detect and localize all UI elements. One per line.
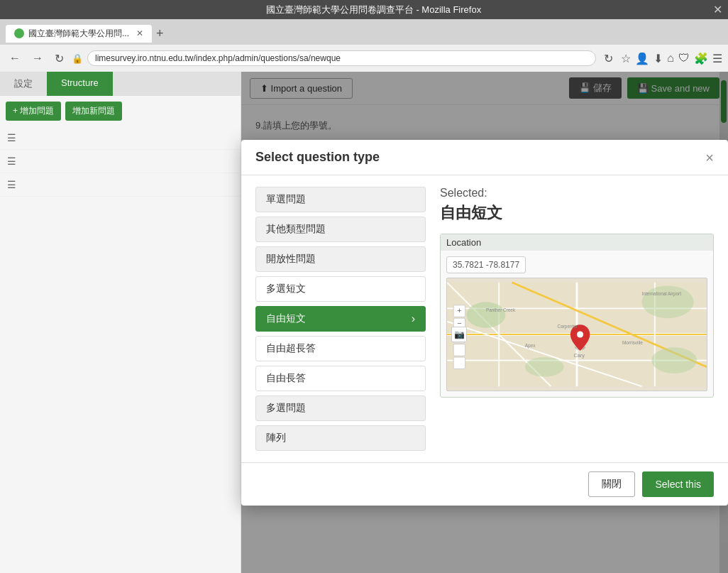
item-multi-short[interactable]: 多選短文 xyxy=(255,276,426,302)
map-photo-icon[interactable]: 📷 xyxy=(451,327,467,342)
svg-point-16 xyxy=(577,331,583,337)
modal-overlay: Select question type × 單選問題 其他類型問題 xyxy=(241,72,728,573)
svg-text:Carpenter: Carpenter xyxy=(558,324,578,329)
item-free-long-answer[interactable]: 自由超長答 xyxy=(255,336,426,361)
download-icon[interactable]: ⬇ xyxy=(653,52,663,65)
user-icon[interactable]: 👤 xyxy=(635,52,649,65)
item-free-short-selected[interactable]: 自由短文 › xyxy=(255,306,426,332)
refresh-button[interactable]: ↻ xyxy=(51,50,67,67)
modal-title: Select question type xyxy=(255,150,380,165)
tab-settings[interactable]: 設定 xyxy=(0,72,47,96)
question-preview: Selected: 自由短文 Location 35.7821 -78.8177 xyxy=(440,187,714,451)
svg-rect-24 xyxy=(453,357,465,369)
tab-structure[interactable]: Structure xyxy=(47,72,113,96)
modal-header: Select question type × xyxy=(241,140,728,175)
address-bar: ← → ↻ 🔒 ↻ ☆ 👤 ⬇ ⌂ 🛡 🧩 ☰ xyxy=(0,45,728,72)
active-tab[interactable]: 國立臺灣師範大學公用問... ✕ xyxy=(6,25,152,43)
list-icon-3: ☰ xyxy=(7,179,16,190)
category-single-choice[interactable]: 單選問題 xyxy=(255,187,426,212)
window-title: 國立臺灣師範大學公用問卷調查平台 - Mozilla Firefox xyxy=(34,4,713,16)
tab-close-icon[interactable]: ✕ xyxy=(136,28,143,38)
tab-label: 國立臺灣師範大學公用問... xyxy=(28,28,129,40)
modal-body: 單選問題 其他類型問題 開放性問題 多選短文 自由短文 xyxy=(241,175,728,462)
selected-arrow-icon: › xyxy=(412,312,415,325)
forward-button[interactable]: → xyxy=(28,50,47,66)
item-free-long[interactable]: 自由長答 xyxy=(255,366,426,391)
select-question-type-modal: Select question type × 單選問題 其他類型問題 xyxy=(241,140,728,506)
main-content: ⬆ Import a question 💾 儲存 💾 Save and new … xyxy=(241,72,728,573)
add-question-button[interactable]: + 增加問題 xyxy=(6,102,61,121)
svg-text:Cary: Cary xyxy=(573,352,585,359)
reload-button[interactable]: ↻ xyxy=(600,50,617,67)
svg-point-14 xyxy=(525,357,564,376)
svg-text:Panther Creek: Panther Creek xyxy=(486,307,516,312)
list-item[interactable]: ☰ xyxy=(0,173,241,197)
bookmark-icon[interactable]: ☆ xyxy=(621,52,631,65)
list-icon-1: ☰ xyxy=(7,132,16,143)
list-item[interactable]: ☰ xyxy=(0,126,241,150)
select-this-button[interactable]: Select this xyxy=(642,471,714,497)
modal-footer: 關閉 Select this xyxy=(241,462,728,506)
svg-text:Apex: Apex xyxy=(525,343,536,349)
sidebar-tabs: 設定 Structure xyxy=(0,72,241,96)
browser-toolbar: ☆ 👤 ⬇ ⌂ 🛡 🧩 ☰ xyxy=(621,52,722,65)
svg-point-11 xyxy=(466,302,505,328)
category-array[interactable]: 陣列 xyxy=(255,425,426,451)
menu-icon[interactable]: ☰ xyxy=(712,52,722,65)
tab-favicon xyxy=(14,28,24,38)
title-bar: 國立臺灣師範大學公用問卷調查平台 - Mozilla Firefox ✕ xyxy=(0,0,728,19)
new-tab-button[interactable]: + xyxy=(156,26,164,41)
svg-text:Morrisville: Morrisville xyxy=(622,340,643,345)
address-input[interactable] xyxy=(87,50,596,66)
page-body: 設定 Structure + 增加問題 增加新問題 ☰ ☰ ☰ ⬆ Import… xyxy=(0,72,728,573)
home-icon[interactable]: ⌂ xyxy=(667,52,674,65)
lock-icon: 🔒 xyxy=(72,53,83,64)
question-type-list: 單選問題 其他類型問題 開放性問題 多選短文 自由短文 xyxy=(255,187,426,451)
back-button[interactable]: ← xyxy=(6,50,24,66)
selected-value: 自由短文 xyxy=(440,202,714,224)
category-multiple[interactable]: 多選問題 xyxy=(255,395,426,421)
extension-icon[interactable]: 🧩 xyxy=(694,52,708,65)
map-preview: + − ⊕ International Airport Panth xyxy=(446,278,707,391)
svg-text:International Airport: International Airport xyxy=(642,291,682,297)
preview-widget-title: Location xyxy=(441,234,713,251)
list-icon-2: ☰ xyxy=(7,155,16,167)
svg-text:+: + xyxy=(457,306,461,315)
close-modal-button[interactable]: 關閉 xyxy=(588,471,635,497)
sidebar: 設定 Structure + 增加問題 增加新問題 ☰ ☰ ☰ xyxy=(0,72,241,573)
category-other-types[interactable]: 其他類型問題 xyxy=(255,217,426,242)
tab-bar: 國立臺灣師範大學公用問... ✕ + xyxy=(0,19,728,45)
selected-label: Selected: xyxy=(440,187,714,200)
add-new-question-button[interactable]: 增加新問題 xyxy=(65,102,122,121)
modal-close-button[interactable]: × xyxy=(705,151,714,165)
window-close-icon[interactable]: ✕ xyxy=(713,3,722,16)
svg-point-13 xyxy=(651,347,697,373)
svg-rect-23 xyxy=(453,344,465,356)
sidebar-btn-row: + 增加問題 增加新問題 xyxy=(0,96,241,126)
category-open[interactable]: 開放性問題 xyxy=(255,246,426,272)
shield-icon[interactable]: 🛡 xyxy=(678,52,690,65)
list-item[interactable]: ☰ xyxy=(0,150,241,173)
preview-widget: Location 35.7821 -78.8177 xyxy=(440,234,714,398)
preview-coords: 35.7821 -78.8177 xyxy=(446,256,526,273)
